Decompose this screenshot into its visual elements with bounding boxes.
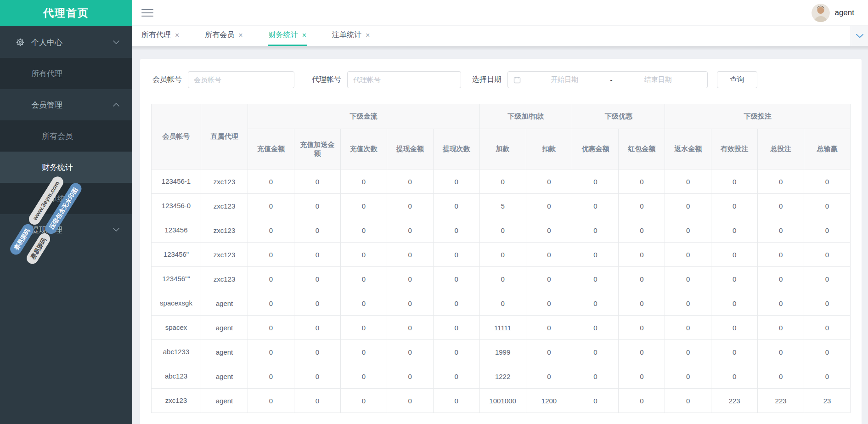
tab-all-agents[interactable]: 所有代理× (141, 26, 180, 46)
table-header-sub-row: 充值金额充值加送金额充值次数提现金额提现次数加款扣款优惠金额红包金额返水金额有效… (152, 129, 851, 170)
close-icon[interactable]: × (175, 32, 179, 39)
chevron-down-icon (113, 40, 119, 44)
chevron-up-icon (113, 103, 119, 107)
cell: 0 (665, 194, 711, 218)
cell: agent (201, 364, 248, 389)
cell-member-account: 123456-0 (152, 194, 201, 218)
cell: 0 (294, 340, 340, 364)
tab-bar-shadow (132, 46, 868, 51)
query-button[interactable]: 查询 (717, 71, 757, 88)
end-date-field[interactable]: 结束日期 (614, 75, 702, 84)
sidebar-item-member-management[interactable]: 会员管理 (0, 89, 132, 120)
cell: 0 (248, 170, 294, 194)
cell: zxc123 (201, 170, 248, 194)
column-group-header: 下级投注 (665, 104, 851, 129)
hamburger-menu-icon[interactable] (141, 9, 153, 17)
cell: 0 (665, 170, 711, 194)
cell: 0 (619, 364, 665, 389)
column-header: 返水金额 (665, 129, 711, 170)
cell: 0 (248, 243, 294, 267)
cell: 0 (804, 267, 851, 291)
cell: agent (201, 316, 248, 340)
cell: 0 (619, 194, 665, 218)
tabs-dropdown-button[interactable] (851, 26, 868, 46)
cell: 0 (248, 267, 294, 291)
cell: 0 (665, 316, 711, 340)
tab-finance-stats[interactable]: 财务统计× (268, 26, 307, 46)
cell: 1999 (479, 340, 526, 364)
cell: 0 (572, 364, 619, 389)
agent-account-input[interactable] (347, 71, 461, 88)
cell: 0 (248, 194, 294, 218)
close-icon[interactable]: × (238, 32, 242, 39)
cell: 0 (665, 364, 711, 389)
cell: 0 (758, 340, 804, 364)
cell: 0 (711, 340, 758, 364)
cell-member-account: 123456-1 (152, 170, 201, 194)
cell: 0 (433, 389, 479, 413)
cell: 0 (665, 340, 711, 364)
column-header: 总输赢 (804, 129, 851, 170)
cell: 0 (340, 291, 387, 316)
cell: 0 (526, 316, 572, 340)
content-card: 会员帐号 代理帐号 选择日期 开始日期 - 结束日期 查询 会员帐号直属代理下级… (140, 59, 862, 424)
cell: 223 (758, 389, 804, 413)
cell: 0 (804, 243, 851, 267)
column-header: 扣款 (526, 129, 572, 170)
cell: 0 (479, 218, 526, 243)
cell: 0 (526, 170, 572, 194)
sidebar-item-all-agents[interactable]: 所有代理 (0, 58, 132, 89)
cell: 0 (711, 243, 758, 267)
sidebar-item-finance-stats[interactable]: 财务统计 (0, 152, 132, 183)
cell: 0 (572, 340, 619, 364)
user-menu[interactable]: agent (812, 4, 854, 22)
cell: 0 (526, 243, 572, 267)
close-icon[interactable]: × (302, 32, 306, 39)
cell: 0 (340, 340, 387, 364)
cell: 0 (619, 170, 665, 194)
date-label: 选择日期 (472, 75, 502, 85)
cell: 0 (619, 218, 665, 243)
cell: 0 (340, 170, 387, 194)
cell: 0 (619, 291, 665, 316)
sidebar-item-personal-center[interactable]: 个人中心 (0, 27, 132, 58)
tab-all-members[interactable]: 所有会员× (204, 26, 243, 46)
cell: 0 (572, 316, 619, 340)
start-date-field[interactable]: 开始日期 (521, 75, 609, 84)
cell: 0 (294, 194, 340, 218)
sidebar-item-label: 会员管理 (31, 100, 62, 110)
avatar[interactable] (812, 4, 830, 22)
sidebar-item-all-members[interactable]: 所有会员 (0, 120, 132, 152)
table-row: zxc123agent000001001000120000022322323 (152, 389, 851, 413)
cell: zxc123 (201, 243, 248, 267)
date-range-picker[interactable]: 开始日期 - 结束日期 (507, 71, 708, 88)
cell: agent (201, 340, 248, 364)
column-header: 充值金额 (248, 129, 294, 170)
chevron-down-icon (856, 34, 863, 38)
cell: 0 (804, 194, 851, 218)
member-account-input[interactable] (188, 71, 294, 88)
table-row: spacexsgkagent0000000000000 (152, 291, 851, 316)
cell: 0 (758, 170, 804, 194)
calendar-icon (513, 76, 521, 84)
cell: 0 (665, 291, 711, 316)
cell: 1001000 (479, 389, 526, 413)
close-icon[interactable]: × (366, 32, 370, 39)
sidebar: 代理首页 个人中心所有代理会员管理所有会员财务统计注单统计提现管理 赛易源码ww… (0, 0, 132, 424)
table-row: abc1233agent0000019990000000 (152, 340, 851, 364)
cell: 0 (248, 218, 294, 243)
cell: 0 (526, 267, 572, 291)
cell: 0 (294, 364, 340, 389)
cell: 0 (619, 316, 665, 340)
cell: 0 (433, 243, 479, 267)
column-group-header: 下级优惠 (572, 104, 665, 129)
cell: 0 (294, 243, 340, 267)
agent-account-label: 代理帐号 (312, 75, 341, 85)
cell: 0 (433, 170, 479, 194)
cell: 0 (340, 316, 387, 340)
tab-bet-stats[interactable]: 注单统计× (331, 26, 371, 46)
cell-member-account: abc123 (152, 364, 201, 389)
cell: 0 (758, 243, 804, 267)
cell: 0 (340, 194, 387, 218)
cell-member-account: spacexsgk (152, 291, 201, 316)
